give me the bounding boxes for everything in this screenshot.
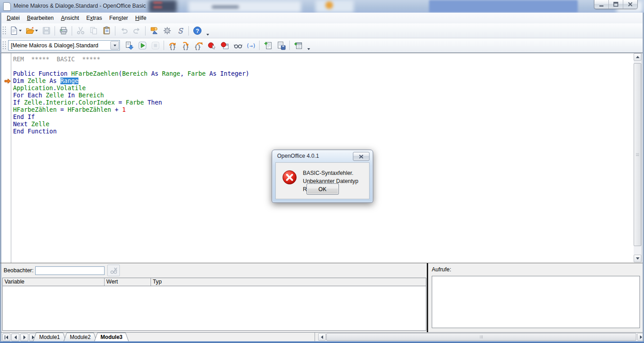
- scroll-left-button[interactable]: [318, 333, 326, 341]
- debug-panels: Beobachter: VariableWertTyp Aufrufe:: [0, 263, 644, 332]
- insert-source-icon: [264, 41, 273, 50]
- code-line[interactable]: Public Function HFarbeZaehlen(Bereich As…: [13, 70, 633, 78]
- menu-item-hilfe[interactable]: Hilfe: [132, 13, 150, 23]
- selected-text: Range: [60, 78, 78, 84]
- copy-button[interactable]: [87, 25, 100, 37]
- scroll-down-button[interactable]: [634, 255, 641, 262]
- menu-item-extras[interactable]: Extras: [83, 13, 106, 23]
- next-module-button[interactable]: [20, 334, 28, 341]
- watch-input[interactable]: [35, 266, 105, 275]
- code-line[interactable]: End Function: [13, 128, 633, 135]
- minimize-button[interactable]: [594, 0, 609, 9]
- code-token: Dim: [13, 78, 24, 84]
- code-line[interactable]: End If: [13, 114, 633, 121]
- code-line[interactable]: Dim Zelle As Range: [13, 78, 633, 85]
- dialog-close-button[interactable]: [353, 152, 370, 161]
- watch-column-header-variable[interactable]: Variable: [3, 278, 105, 286]
- procedure-step-button[interactable]: {}: [166, 40, 178, 51]
- menu-item-bearbeiten[interactable]: Bearbeiten: [23, 13, 57, 23]
- print-button[interactable]: [57, 25, 69, 37]
- find-parentheses-button[interactable]: (→): [245, 40, 257, 51]
- code-token: REM ***** BASIC *****: [13, 56, 100, 63]
- toolbar-grip[interactable]: [2, 26, 6, 36]
- ok-button[interactable]: OK: [306, 183, 339, 195]
- toolbar-grip[interactable]: [2, 41, 6, 50]
- calls-label: Aufrufe:: [432, 266, 451, 273]
- code-line[interactable]: If Zelle.Interior.ColorIndex = Farbe The…: [13, 99, 633, 106]
- toolbar-options-button[interactable]: [306, 39, 311, 52]
- horizontal-scrollbar[interactable]: [318, 333, 644, 341]
- stop-button[interactable]: [149, 40, 161, 51]
- watch-label: Beobachter:: [4, 267, 33, 274]
- title-bar[interactable]: Meine Makros & Dialoge.Standard - OpenOf…: [0, 0, 644, 13]
- menu-item-ansicht[interactable]: Ansicht: [57, 13, 82, 23]
- dropdown-caret-icon[interactable]: [35, 30, 38, 32]
- error-dialog[interactable]: OpenOffice 4.0.1 BASIC-Syntaxfehler. Unb…: [272, 150, 373, 203]
- code-token: Bereich: [78, 92, 104, 99]
- code-token: [57, 106, 60, 113]
- code-line[interactable]: For Each Zelle In Bereich: [13, 92, 633, 99]
- insert-source-button[interactable]: [262, 40, 274, 51]
- breakpoint-button[interactable]: [206, 40, 218, 51]
- macros-button[interactable]: S: [174, 25, 186, 37]
- code-line[interactable]: [13, 63, 633, 70]
- run-icon: [138, 41, 147, 50]
- new-document-button[interactable]: [8, 25, 23, 37]
- background-window-blur: [153, 2, 162, 4]
- close-button[interactable]: [623, 0, 637, 9]
- code-line[interactable]: Next Zelle: [13, 121, 633, 128]
- watch-input-row: Beobachter:: [1, 263, 427, 278]
- tab-label: Module1: [39, 334, 60, 340]
- compile-button[interactable]: [123, 40, 135, 51]
- scroll-up-button[interactable]: [634, 53, 641, 61]
- code-token: .: [53, 85, 57, 91]
- undo-button[interactable]: [118, 25, 130, 37]
- toolbar-options-button[interactable]: [205, 24, 210, 37]
- single-step-button[interactable]: {}: [179, 40, 192, 51]
- paste-icon: [102, 26, 111, 35]
- breakpoint-gutter[interactable]: [1, 53, 11, 263]
- procedure-step-icon: {}: [168, 41, 177, 50]
- open-button[interactable]: [24, 25, 39, 37]
- watch-column-header-typ[interactable]: Typ: [151, 278, 426, 286]
- modules-button[interactable]: [292, 40, 304, 51]
- previous-module-button[interactable]: [11, 334, 19, 341]
- code-line[interactable]: REM ***** BASIC *****: [13, 56, 633, 63]
- step-out-button[interactable]: {}: [192, 40, 205, 51]
- maximize-button[interactable]: [609, 0, 623, 9]
- svg-text:(→): (→): [246, 42, 256, 49]
- save-source-button[interactable]: [275, 40, 287, 51]
- combo-dropdown-button[interactable]: [110, 41, 119, 50]
- code-token: ,: [180, 70, 184, 77]
- editor-vertical-scrollbar[interactable]: [634, 53, 641, 262]
- tab-module1[interactable]: Module1: [33, 333, 66, 341]
- help-button[interactable]: ?: [191, 25, 203, 37]
- scrollbar-thumb[interactable]: [634, 63, 641, 246]
- menu-item-fenster[interactable]: Fenster: [105, 13, 132, 23]
- enable-watch-button[interactable]: [232, 40, 244, 51]
- code-line[interactable]: HFarbeZählen = HFarbeZählen + 1: [13, 106, 633, 114]
- save-button[interactable]: [40, 25, 52, 37]
- remove-watch-button[interactable]: [107, 265, 120, 276]
- library-selector[interactable]: [Meine Makros & Dialoge].Standard: [8, 40, 120, 50]
- settings-icon: [163, 26, 172, 35]
- calls-list[interactable]: [432, 276, 640, 328]
- paste-button[interactable]: [100, 25, 113, 37]
- dropdown-caret-icon[interactable]: [19, 30, 22, 32]
- tab-module3[interactable]: Module3: [94, 333, 129, 341]
- scrollbar-thumb[interactable]: [326, 333, 636, 341]
- navigator-button[interactable]: [148, 25, 160, 37]
- tab-module2[interactable]: Module2: [64, 333, 97, 341]
- settings-button[interactable]: [161, 25, 173, 37]
- code-token: Zelle: [27, 78, 46, 84]
- menu-item-datei[interactable]: Datei: [3, 13, 23, 23]
- manage-breakpoints-button[interactable]: [219, 40, 231, 51]
- redo-button[interactable]: [131, 25, 143, 37]
- code-line[interactable]: Application.Volatile: [13, 85, 633, 92]
- watch-column-header-wert[interactable]: Wert: [105, 278, 151, 286]
- code-token: Farbe: [126, 99, 144, 106]
- first-module-button[interactable]: [2, 334, 10, 341]
- run-button[interactable]: [136, 40, 148, 51]
- cut-button[interactable]: [74, 25, 87, 37]
- watch-table[interactable]: VariableWertTyp: [2, 278, 426, 331]
